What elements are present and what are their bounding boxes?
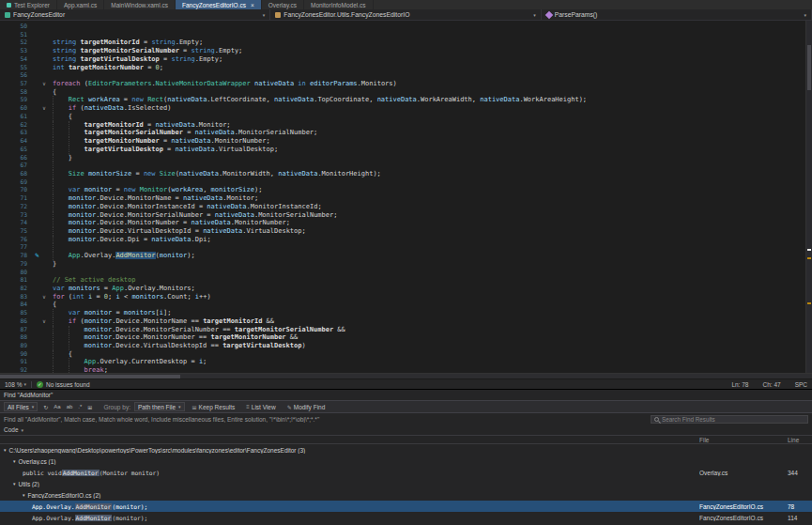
find-result-row[interactable]: App.Overlay.AddMonitor(monitor);FancyZon… [0,501,812,512]
code-line[interactable]: 68Size monitorSize = new Size(nativeData… [0,170,805,178]
find-result-group[interactable]: ▾FancyZonesEditorIO.cs (2) [0,489,812,501]
code-line[interactable]: 85var monitor = monitors[i]; [0,309,805,317]
code-line[interactable]: 53string targetMonitorSerialNumber = str… [0,47,805,55]
code-line[interactable]: 67 [0,162,805,170]
search-find-results-box[interactable] [651,415,808,424]
code-line[interactable]: 89monitor.Device.VirtualDesktopId == tar… [0,342,805,350]
find-result-group[interactable]: ▾Overlay.cs (1) [0,456,812,467]
find-result-group[interactable]: ▾Utils (2) [0,478,812,489]
chevron-down-icon[interactable]: ▾ [4,447,7,453]
gutter-margin [32,178,42,187]
code-line[interactable]: 92break; [0,366,805,373]
find-result-row[interactable]: App.Overlay.AddMonitor(monitor);FancyZon… [0,512,812,523]
vertical-scrollbar[interactable] [805,21,812,373]
code-line[interactable]: 91App.Overlay.CurrentDesktop = i; [0,358,805,366]
code-line[interactable]: 84{ [0,301,805,309]
code-line[interactable]: 62targetMonitorId = nativeData.Monitor; [0,121,805,130]
scrollbar-thumb[interactable] [0,375,180,378]
code-line[interactable]: 76monitor.Device.Dpi = nativeData.Dpi; [0,236,805,244]
code-text: App.Overlay.CurrentDesktop = i; [53,358,805,366]
match-case-icon[interactable]: Aa [52,404,62,409]
indent-guide [53,162,69,170]
search-input[interactable] [662,416,804,423]
code-line[interactable]: 60∨if (nativeData.IsSelected) [0,104,805,113]
code-line[interactable]: 77 [0,243,805,252]
code-line[interactable]: 64targetMonitorNumber = nativeData.Monit… [0,137,805,146]
code-filter-dropdown[interactable]: Code ▾ [4,426,23,433]
tab-overlay-cs[interactable]: Overlay.cs [262,0,304,9]
zoom-control[interactable]: 108 % ▾ [5,381,26,388]
code-line[interactable]: 83∨for (int i = 0; i < monitors.Count; i… [0,293,805,301]
repeat-search-icon[interactable]: ↻ [41,404,50,410]
file-column-header[interactable]: File [699,437,786,443]
fold-margin [42,162,53,170]
line-number: 76 [0,236,32,244]
fold-chevron-icon[interactable]: ∨ [42,104,53,113]
code-line[interactable]: 58{ [0,88,805,97]
code-line[interactable]: 65targetVirtualDesktop = nativeData.Virt… [0,146,805,154]
chevron-down-icon[interactable]: ▾ [13,458,16,464]
line-number: 92 [0,366,32,373]
code-token: Overlay [100,358,128,365]
code-line[interactable]: 86∨if (monitor.Device.MonitorName == tar… [0,317,805,326]
horizontal-scrollbar[interactable] [0,373,812,378]
fold-chevron-icon[interactable]: ∨ [42,293,53,301]
code-line[interactable]: 73monitor.Device.MonitorSerialNumber = n… [0,211,805,220]
chevron-down-icon[interactable]: ▾ [13,481,16,486]
scrollbar-thumb[interactable] [807,45,811,90]
code-line[interactable]: 71monitor.Device.MonitorName = nativeDat… [0,194,805,203]
code-line[interactable]: 81// Set active desktop [0,276,805,285]
fold-chevron-icon[interactable]: ∨ [42,80,53,88]
open-files-filter-icon[interactable]: ⊞ [85,404,94,410]
member-dropdown[interactable]: ParseParams() ▾ [542,9,812,20]
tab-fancyzoneseditorio-cs[interactable]: FancyZonesEditorIO.cs× [176,0,262,9]
code-line[interactable]: 70var monitor = new Monitor(workArea, mo… [0,186,805,194]
list-view-button[interactable]: ≡ List View [242,404,279,410]
scrollbar-caret-mark [807,249,811,251]
code-line[interactable]: 52string targetMonitorId = string.Empty; [0,39,805,47]
scope-dropdown[interactable]: All Files ▾ [4,402,38,411]
type-dropdown[interactable]: FancyZonesEditor.Utils.FancyZonesEditorI… [270,9,541,20]
match-whole-word-icon[interactable]: ab [65,404,75,409]
chevron-down-icon[interactable]: ▾ [23,492,25,498]
code-line[interactable]: 57∨foreach (EditorParameters.NativeMonit… [0,80,805,88]
keep-results-button[interactable]: ⊞ Keep Results [189,404,239,410]
document-health-indicator[interactable]: ✓ No issues found [37,381,90,388]
code-line[interactable]: 87monitor.Device.MonitorSerialNumber == … [0,326,805,334]
code-line[interactable]: 90{ [0,350,805,359]
tab-monitorinfomodel-cs[interactable]: MonitorInfoModel.cs [304,0,374,9]
code-line[interactable]: 56 [0,71,805,80]
code-line[interactable]: 55int targetMonitorNumber = 0; [0,64,805,72]
code-line[interactable]: 75monitor.Device.VirtualDesktopId = nati… [0,227,805,236]
find-result-group[interactable]: ▾C:\Users\zhaopengwang\Desktop\powertoys… [0,444,812,456]
modify-find-button[interactable]: ✎ Modify Find [283,404,329,410]
code-line[interactable]: 69 [0,178,805,187]
code-line[interactable]: 80 [0,269,805,277]
code-line[interactable]: 74monitor.Device.MonitorNumber = nativeD… [0,219,805,227]
code-line[interactable]: 51 [0,31,805,39]
code-line[interactable]: 66} [0,154,805,162]
tab-mainwindow-xaml-cs[interactable]: MainWindow.xaml.cs [104,0,176,9]
regex-icon[interactable]: .* [76,404,84,409]
tab-test-explorer[interactable]: Test Explorer [0,0,57,9]
code-editor[interactable]: 505152string targetMonitorId = string.Em… [0,21,812,373]
indent-guide [53,366,69,373]
code-line[interactable]: 79} [0,260,805,269]
fold-chevron-icon[interactable]: ∨ [42,317,53,326]
code-line[interactable]: 72monitor.Device.MonitorInstanceId = nat… [0,203,805,211]
code-line[interactable]: 63targetMonitorSerialNumber = nativeData… [0,129,805,137]
project-dropdown[interactable]: FancyZonesEditor ▾ [0,9,270,20]
line-column-header[interactable]: Line [786,437,812,443]
close-icon[interactable]: × [251,2,254,8]
code-line[interactable]: 78✎App.Overlay.AddMonitor(monitor); [0,252,805,260]
code-line[interactable]: 50 [0,23,805,31]
find-result-row[interactable]: public void AddMonitor(Monitor monitor)O… [0,467,812,478]
group-by-dropdown[interactable]: Path then File ▾ [134,402,185,411]
code-line[interactable]: 54string targetVirtualDesktop = string.E… [0,55,805,64]
code-line[interactable]: 59Rect workArea = new Rect(nativeData.Le… [0,96,805,104]
code-line[interactable]: 82var monitors = App.Overlay.Monitors; [0,285,805,293]
tab-app-xaml-cs[interactable]: App.xaml.cs [57,0,104,9]
code-line[interactable]: 61{ [0,113,805,121]
code-token: ) [301,342,305,349]
code-line[interactable]: 88monitor.Device.MonitorNumber == target… [0,333,805,342]
